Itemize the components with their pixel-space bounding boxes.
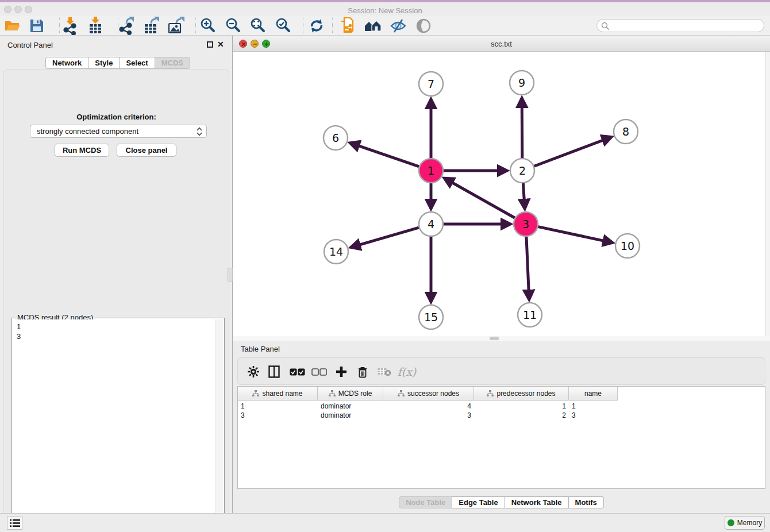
- table-settings-button[interactable]: [246, 363, 261, 380]
- result-scrollbar[interactable]: [215, 319, 223, 532]
- column-header-MCDS-role[interactable]: MCDS role: [318, 387, 383, 400]
- network-title: scc.txt: [233, 40, 770, 48]
- edge-4-14[interactable]: [351, 228, 419, 247]
- optimization-criterion-label: Optimization criterion:: [4, 113, 229, 121]
- save-icon: [29, 18, 45, 34]
- delete-column-button[interactable]: [355, 363, 370, 380]
- tab-mcds[interactable]: MCDS: [155, 57, 190, 69]
- memory-button[interactable]: Memory: [725, 516, 765, 530]
- edge-3-10[interactable]: [538, 227, 613, 243]
- trash-icon: [357, 366, 368, 378]
- status-bar: Memory: [0, 513, 770, 532]
- window-titlebar: Session: New Session: [0, 0, 770, 16]
- export-network-button[interactable]: [117, 17, 136, 34]
- export-table-button[interactable]: [141, 17, 161, 34]
- delete-table-icon: [378, 367, 391, 376]
- mcds-result-group: MCDS result (2 nodes) 13: [11, 318, 225, 532]
- network-hscrollbar[interactable]: [233, 336, 770, 341]
- tab-node-table[interactable]: Node Table: [399, 496, 452, 508]
- table-cell: dominator: [318, 402, 383, 411]
- column-header-name[interactable]: name: [569, 387, 618, 400]
- hierarchy-icon: [252, 390, 259, 397]
- toolbar-separator: [59, 18, 60, 33]
- import-network-button[interactable]: [60, 17, 80, 34]
- edge-3-11[interactable]: [526, 237, 529, 299]
- edge-3-1[interactable]: [445, 178, 515, 218]
- zoom-fit-button[interactable]: [248, 17, 268, 34]
- node-label-7: 7: [428, 78, 434, 90]
- new-network-button[interactable]: [338, 17, 357, 34]
- task-history-button[interactable]: [7, 516, 22, 530]
- table-row[interactable]: 1dominator411: [238, 402, 618, 411]
- list-icon: [10, 519, 20, 527]
- edge-2-9[interactable]: [522, 98, 522, 158]
- edge-1-6[interactable]: [351, 143, 419, 167]
- create-column-button[interactable]: [333, 363, 349, 380]
- apply-layout-button[interactable]: [307, 17, 326, 34]
- node-table: shared nameMCDS rolesuccessor nodesprede…: [237, 386, 765, 489]
- column-header-shared-name[interactable]: shared name: [238, 387, 318, 400]
- open-folder-icon: [4, 17, 21, 34]
- mcds-result-list[interactable]: 13: [13, 319, 215, 532]
- table-cell: dominator: [318, 411, 383, 420]
- save-session-button[interactable]: [27, 17, 47, 34]
- column-header-predecessor-nodes[interactable]: predecessor nodes: [474, 387, 569, 400]
- node-label-4: 4: [428, 218, 434, 230]
- column-header-successor-nodes[interactable]: successor nodes: [383, 387, 474, 400]
- show-columns-button[interactable]: [267, 363, 282, 380]
- hsplitter-handle[interactable]: [490, 337, 499, 340]
- memory-label: Memory: [737, 519, 762, 527]
- node-label-11: 11: [523, 309, 537, 321]
- deselect-all-button[interactable]: [310, 363, 328, 380]
- tab-network-table[interactable]: Network Table: [505, 496, 569, 508]
- tab-network[interactable]: Network: [45, 57, 88, 69]
- criterion-select[interactable]: strongly connected component: [30, 125, 207, 138]
- close-panel-icon[interactable]: ✕: [217, 41, 224, 48]
- export-image-button[interactable]: [166, 17, 186, 34]
- import-table-icon: [86, 17, 105, 35]
- search-input[interactable]: [612, 21, 759, 30]
- home-button[interactable]: [363, 17, 383, 34]
- close-panel-button[interactable]: Close panel: [117, 144, 176, 157]
- zoom-selected-icon: [274, 17, 292, 35]
- table-toolbar: f(x): [237, 357, 765, 385]
- session-title: Session: New Session: [0, 6, 770, 15]
- open-session-button[interactable]: [3, 17, 22, 34]
- refresh-icon: [308, 17, 325, 34]
- checked-boxes-icon: [290, 368, 305, 376]
- tab-select[interactable]: Select: [120, 57, 155, 69]
- tab-style[interactable]: Style: [88, 57, 120, 69]
- hide-details-button[interactable]: [388, 17, 408, 34]
- memory-status-icon: [727, 519, 734, 526]
- zoom-selected-button[interactable]: [274, 17, 293, 34]
- import-table-button[interactable]: [86, 17, 105, 34]
- eye-slash-icon: [389, 17, 407, 35]
- edge-2-3[interactable]: [523, 183, 525, 209]
- main-toolbar: [0, 16, 770, 36]
- select-all-button[interactable]: [288, 363, 306, 380]
- delete-table-button[interactable]: [376, 363, 392, 380]
- tab-edge-table[interactable]: Edge Table: [452, 496, 505, 508]
- node-label-14: 14: [329, 245, 343, 258]
- float-panel-icon[interactable]: [207, 41, 213, 48]
- control-panel: Control Panel ✕ NetworkStyleSelectMCDS O…: [0, 36, 233, 513]
- fx-icon: f(x): [398, 365, 417, 378]
- mcds-panel: Optimization criterion: strongly connect…: [3, 69, 229, 532]
- run-mcds-button[interactable]: Run MCDS: [55, 144, 109, 157]
- zoom-out-icon: [224, 17, 242, 35]
- toolbar-separator: [195, 18, 196, 33]
- table-row[interactable]: 3dominator323: [238, 411, 618, 420]
- eye-icon: [415, 17, 432, 34]
- function-builder-button[interactable]: f(x): [396, 363, 418, 380]
- tab-motifs[interactable]: Motifs: [569, 496, 604, 508]
- edge-2-8[interactable]: [534, 137, 611, 167]
- zoom-in-button[interactable]: [198, 17, 218, 34]
- zoom-out-button[interactable]: [224, 17, 243, 34]
- show-details-button[interactable]: [414, 17, 433, 34]
- import-network-icon: [61, 17, 79, 35]
- network-graph[interactable]: 1234678910111415: [233, 52, 765, 336]
- panel-splitter-handle[interactable]: [228, 268, 233, 282]
- node-label-10: 10: [621, 240, 634, 252]
- search-field[interactable]: [596, 19, 764, 32]
- network-vscrollbar[interactable]: [765, 52, 770, 336]
